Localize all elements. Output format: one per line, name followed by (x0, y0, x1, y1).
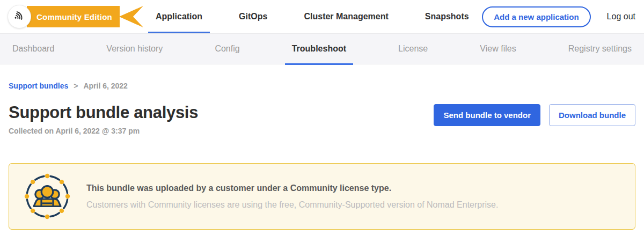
tab-application[interactable]: Application (148, 0, 210, 33)
subnav-item-view-files[interactable]: View files (473, 33, 523, 64)
topnav-right: Add a new application Log out (482, 6, 635, 27)
title-row: Support bundle analysis Collected on Apr… (9, 103, 635, 135)
page-title: Support bundle analysis (9, 103, 198, 122)
collected-timestamp: Collected on April 6, 2022 @ 3:37 pm (9, 127, 198, 135)
logout-link[interactable]: Log out (607, 12, 635, 21)
tab-cluster-management[interactable]: Cluster Management (296, 0, 396, 33)
breadcrumb: Support bundles > April 6, 2022 (9, 82, 635, 90)
replicated-logo-icon (12, 8, 27, 25)
add-new-application-button[interactable]: Add a new application (482, 6, 590, 27)
application-subnav: Dashboard Version history Config Trouble… (0, 33, 644, 64)
collected-prefix: Collected on (9, 127, 54, 135)
community-edition-badge: Community Edition (27, 6, 143, 27)
main-content: Support bundles > April 6, 2022 Support … (0, 82, 644, 230)
bundle-actions: Send bundle to vendor Download bundle (434, 103, 635, 126)
send-bundle-to-vendor-button[interactable]: Send bundle to vendor (434, 104, 540, 126)
brand-area: Community Edition (8, 5, 148, 28)
breadcrumb-separator: > (74, 82, 78, 90)
tab-snapshots[interactable]: Snapshots (418, 0, 477, 33)
subnav-item-config[interactable]: Config (208, 33, 246, 64)
main-tabs: Application GitOps Cluster Management Sn… (148, 0, 477, 33)
title-block: Support bundle analysis Collected on Apr… (9, 103, 198, 135)
community-people-icon (24, 173, 70, 219)
ribbon-tail-icon (119, 6, 143, 27)
breadcrumb-support-bundles-link[interactable]: Support bundles (9, 82, 68, 90)
alert-title: This bundle was uploaded by a customer u… (86, 183, 498, 193)
collected-date: April 6, 2022 @ 3:37 pm (55, 127, 140, 135)
breadcrumb-current: April 6, 2022 (83, 82, 128, 90)
subnav-item-version-history[interactable]: Version history (99, 33, 170, 64)
alert-body: Customers with Community licenses are us… (86, 200, 498, 210)
subnav-item-dashboard[interactable]: Dashboard (5, 33, 61, 64)
replicated-logo[interactable] (8, 5, 31, 28)
subnav-item-license[interactable]: License (391, 33, 435, 64)
community-edition-badge-label: Community Edition (27, 6, 120, 27)
top-nav: Community Edition Application GitOps Clu… (0, 0, 644, 33)
alert-text: This bundle was uploaded by a customer u… (86, 183, 498, 210)
subnav-item-registry-settings[interactable]: Registry settings (561, 33, 639, 64)
download-bundle-button[interactable]: Download bundle (549, 104, 635, 126)
subnav-item-troubleshoot[interactable]: Troubleshoot (285, 33, 353, 64)
community-license-alert: This bundle was uploaded by a customer u… (9, 163, 635, 230)
tab-gitops[interactable]: GitOps (231, 0, 275, 33)
